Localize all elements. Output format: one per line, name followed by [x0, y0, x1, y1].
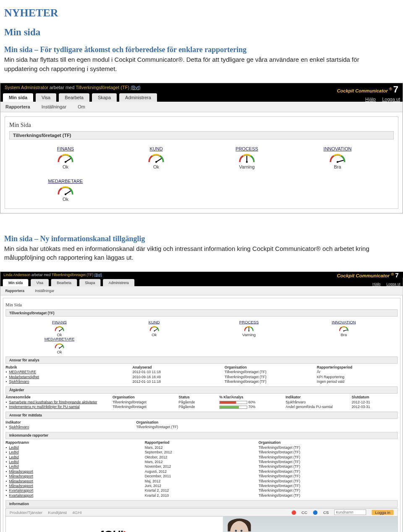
banner-menu-item[interactable]: Produkter/Tjänster — [10, 510, 42, 514]
cell: 2012-01-10 11:18 — [132, 380, 225, 384]
logout-link[interactable]: Logga ut — [382, 97, 400, 102]
tab-visa[interactable]: Visa — [36, 93, 56, 102]
gauge-kund[interactable]: KUND Ok — [113, 145, 200, 170]
gauge-title: FINANS — [23, 146, 108, 151]
table-analys: RubrikAnalyseradOrganisationRapportering… — [5, 365, 398, 384]
bullet-icon: ▪ — [5, 455, 8, 459]
gauge-kund[interactable]: KUNDOk — [108, 320, 200, 337]
tab-bearbeta[interactable]: Bearbeta — [59, 93, 89, 102]
gauge-innovation[interactable]: INNOVATION Bra — [294, 145, 381, 170]
cell: Pågående — [179, 400, 220, 404]
tab-administrera[interactable]: Administrera — [103, 279, 135, 286]
bullet-icon: ▪ — [5, 370, 8, 374]
row-link[interactable]: Ledtid — [9, 465, 18, 469]
tab-skapa[interactable]: Skapa — [92, 93, 117, 102]
subtab-rapportera[interactable]: Rapportera — [5, 289, 24, 293]
gauge-icon — [57, 184, 74, 196]
svg-line-18 — [59, 346, 62, 348]
gauge-status: Ok — [113, 164, 199, 169]
svg-point-7 — [337, 161, 338, 163]
bullet-icon: ▪ — [5, 460, 8, 464]
gauge-title: PROCESS — [203, 320, 295, 324]
gauge-title: KUND — [108, 320, 200, 324]
row-link[interactable]: Sjukfrånvaro — [9, 425, 29, 429]
svg-point-13 — [154, 330, 154, 331]
col-header: Indikator — [285, 395, 352, 400]
cell: Kvartal 2, 2010 — [145, 493, 259, 498]
subtab-installningar[interactable]: Inställningar — [35, 289, 54, 293]
gauge-finans[interactable]: FINANSOk — [13, 320, 105, 337]
bullet-icon: ▪ — [5, 489, 8, 493]
table-row: ▪ MEDARBETARE2012-01-10 11:18Tillverknin… — [5, 370, 398, 374]
gauge-status: Ok — [108, 332, 200, 337]
gauge-icon — [54, 325, 65, 332]
tab-min-sida[interactable]: Min sida — [3, 279, 29, 286]
subtab-rapportera[interactable]: Rapportera — [5, 104, 30, 109]
row-link[interactable]: Sjukfrånvaro — [9, 380, 29, 384]
tab-bearbeta[interactable]: Bearbeta — [51, 279, 77, 286]
row-link[interactable]: Månadsrapport — [9, 469, 33, 474]
gauge-medarbetare[interactable]: MEDARBETAREOk — [13, 337, 105, 354]
logout-link[interactable]: Logga ut — [386, 282, 400, 287]
subtab-om[interactable]: Om — [78, 104, 85, 109]
section-matdata-header: Ansvar för mätdata — [5, 412, 398, 419]
row-link[interactable]: Månadsrapport — [9, 484, 33, 488]
gauge-medarbetare[interactable]: MEDARBETARE Ok — [22, 178, 109, 203]
row-link[interactable]: Kvartalsrapport — [9, 493, 33, 498]
customer-search-input[interactable] — [335, 509, 366, 515]
cell: Mars, 2012 — [145, 460, 259, 464]
gauge-title: PROCESS — [204, 146, 290, 151]
row-link[interactable]: Implementera ny mall/riktlinjer för PU-s… — [9, 405, 79, 409]
content-panel: Min Sida Tillverkningsföretaget (TF) FIN… — [3, 298, 400, 532]
section-atgarder-header: Åtgärder — [5, 387, 398, 394]
row-link[interactable]: Ledtid — [9, 460, 18, 464]
cell: År — [317, 370, 398, 374]
tab-administrera[interactable]: Administrera — [119, 93, 157, 102]
tab-skapa[interactable]: Skapa — [79, 279, 101, 286]
cell: November, 2012 — [145, 465, 259, 469]
row-link[interactable]: Månadsrapport — [9, 479, 33, 483]
switch-company-link[interactable]: (Byt) — [94, 273, 102, 277]
bullet-icon: ▪ — [5, 493, 8, 498]
row-link[interactable]: Medarbetarnöjdhet — [9, 375, 39, 379]
table-row: ▪ Samarbete med kusthälsan för förebygga… — [5, 400, 398, 404]
cell: Andel genomförda PU-samtal — [285, 405, 352, 409]
screenshot-2: Linda Andersson arbetar med Tillverkning… — [0, 271, 403, 532]
tab-min-sida[interactable]: Min sida — [3, 93, 33, 102]
login-button[interactable]: Logga in — [372, 510, 394, 515]
table-row: ▪ KvartalsrapportKvartal 2, 2012Tillverk… — [5, 488, 398, 493]
row-link[interactable]: Ledtid — [9, 445, 18, 450]
banner-menu-item[interactable]: 4GHI — [73, 510, 82, 514]
cell: Tillverkningsföretaget (TF) — [259, 489, 398, 493]
table-rapporter: RapportnamnRapportperiodOrganisation ▪ L… — [5, 440, 398, 498]
gauge-process[interactable]: PROCESS Varning — [203, 145, 290, 170]
cell: Tillverkningsföretaget (TF) — [259, 479, 398, 483]
help-link[interactable]: Hjälp — [372, 282, 380, 287]
gauge-icon — [57, 152, 74, 164]
flag-icon[interactable]: 🔵 — [313, 510, 317, 514]
row-link[interactable]: Ledtid — [9, 450, 18, 455]
gauge-status: Ok — [23, 164, 108, 169]
table-row: ▪ LedtidNovember, 2012Tillverkningsföret… — [5, 464, 398, 469]
cell: December, 2011 — [145, 474, 259, 479]
row-link[interactable]: Månadsrapport — [9, 474, 33, 479]
gauge-finans[interactable]: FINANS Ok — [22, 145, 109, 170]
svg-point-3 — [155, 161, 157, 163]
switch-company-link[interactable]: (Byt) — [131, 85, 140, 90]
logo-4ghi: 4GHI▶ — [98, 527, 131, 532]
bullet-icon: ▪ — [5, 445, 8, 450]
cell: Tillverkningsföretaget (TF) — [259, 484, 398, 488]
row-link[interactable]: Kvartalsrapport — [9, 489, 33, 493]
tab-visa[interactable]: Visa — [31, 279, 49, 286]
row-link[interactable]: Samarbete med kusthälsan för förebyggand… — [9, 400, 97, 404]
banner-menu-item[interactable]: Kundtjänst — [48, 510, 67, 514]
row-link[interactable]: Ledtid — [9, 455, 18, 459]
svg-point-11 — [59, 330, 60, 331]
subtab-installningar[interactable]: Inställningar — [42, 104, 66, 109]
gauge-process[interactable]: PROCESSVarning — [203, 320, 295, 337]
row-link[interactable]: MEDARBETARE — [9, 370, 36, 374]
flag-icon[interactable]: 🔴 — [291, 510, 296, 514]
gauge-row-2: MEDARBETARE Ok — [9, 175, 394, 205]
help-link[interactable]: Hjälp — [365, 97, 376, 102]
gauge-innovation[interactable]: INNOVATIONBra — [298, 320, 390, 337]
